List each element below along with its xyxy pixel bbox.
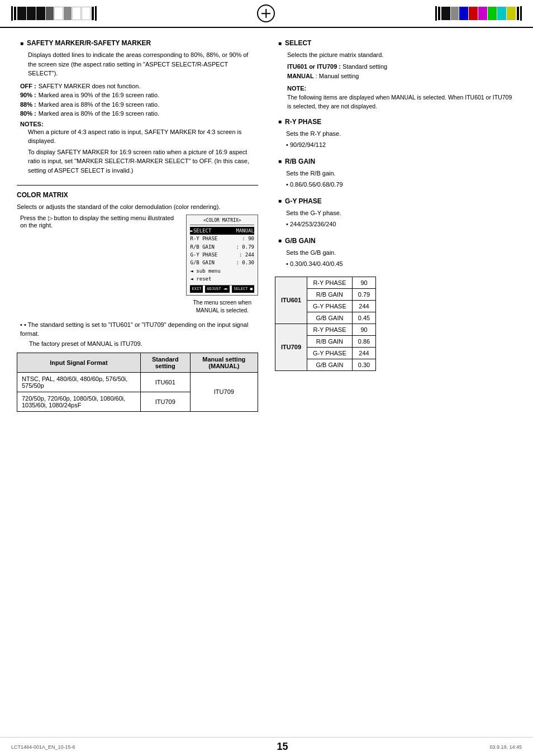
menu-select-value: MANUAL (236, 227, 254, 235)
standard-cell-1: ITU601 (140, 372, 190, 392)
bar-gray2 (64, 7, 72, 20)
bar-black4 (441, 7, 450, 20)
color-matrix-body: Press the ▷ button to display the settin… (17, 215, 258, 315)
adjust-button[interactable]: ADJUST ◄► (205, 286, 230, 293)
table-header-format: Input Signal Format (17, 353, 141, 372)
safety-off-item: OFF : SAFETY MARKER does not function. (20, 82, 258, 91)
press-text: Press the ▷ button to display the settin… (20, 215, 177, 229)
ry-phase-section: R-Y PHASE Sets the R-Y phase. • 90/92/94… (275, 118, 516, 150)
menu-title: <COLOR MATRIX> (190, 217, 254, 225)
exit-button[interactable]: EXIT (190, 286, 203, 293)
param-label-3: G/B GAIN (307, 312, 353, 324)
param-label-0: R-Y PHASE (307, 277, 353, 288)
bar-black3 (36, 7, 45, 20)
crosshair-icon (257, 4, 275, 22)
param-label-itu709-3: G/B GAIN (307, 359, 353, 370)
bar-gray1 (46, 7, 54, 20)
safety-88-text: Marked area is 88% of the 16:9 screen ra… (39, 100, 159, 110)
rb-gain-desc: Sets the R/B gain. (286, 169, 516, 178)
param-label-2: G-Y PHASE (307, 300, 353, 312)
color-matrix-description: Selects or adjusts the standard of the c… (17, 203, 258, 210)
gy-phase-title: G-Y PHASE (278, 197, 516, 205)
select-section: SELECT Selects the picture matrix standa… (275, 39, 516, 111)
page-content: SAFETY MARKER/R-SAFETY MARKER Displays d… (0, 28, 533, 423)
color-matrix-section: COLOR MATRIX Selects or adjusts the stan… (17, 185, 258, 412)
safety-90-label: 90% : (20, 91, 36, 100)
gb-gain-values: • 0.30/0.34/0.40/0.45 (286, 259, 516, 269)
safety-90-item: 90% : Marked area is 90% of the 16:9 scr… (20, 91, 258, 100)
itu709-value-1: 0.86 (352, 335, 375, 347)
bar-green (488, 7, 497, 20)
table-header-standard: Standard setting (140, 353, 190, 372)
header-bar (0, 0, 533, 28)
left-edge-bar (11, 6, 13, 21)
rb-gain-content: Sets the R/B gain. • 0.86/0.56/0.68/0.79 (278, 169, 516, 189)
rb-gain-section: R/B GAIN Sets the R/B gain. • 0.86/0.56/… (275, 158, 516, 189)
color-matrix-desc: Selects or adjusts the standard of the c… (17, 203, 258, 210)
color-matrix-text: Press the ▷ button to display the settin… (20, 215, 177, 229)
menu-row-select: ►SELECT MANUAL (190, 227, 254, 235)
menu-rb-value: : 0.79 (236, 243, 254, 251)
safety-marker-desc: Displays dotted lines to indicate the ar… (20, 50, 258, 78)
safety-off-label: OFF : (20, 82, 36, 91)
menu-row-rb: R/B GAIN : 0.79 (190, 243, 254, 251)
gy-phase-section: G-Y PHASE Sets the G-Y phase. • 244/253/… (275, 197, 516, 229)
safety-88-label: 88% : (20, 100, 36, 110)
menu-ry-value: : 90 (242, 235, 254, 243)
bar-white1 (54, 7, 63, 20)
select-itu-line: ITU601 or ITU709 : Standard setting (287, 62, 516, 72)
factory-note: • The standard setting is set to "ITU601… (17, 320, 258, 347)
bar-gray3 (451, 7, 459, 20)
left-thick-bar (14, 7, 16, 20)
menu-row-sub: ◄ sub menu (190, 267, 254, 275)
safety-marker-section: SAFETY MARKER/R-SAFETY MARKER Displays d… (17, 39, 258, 175)
right-color-bars (441, 7, 516, 20)
gb-gain-title: G/B GAIN (278, 237, 516, 245)
gy-phase-desc: Sets the G-Y phase. (286, 208, 516, 218)
select-title: SELECT (278, 39, 516, 47)
page-number: 15 (277, 741, 288, 753)
safety-off-text: SAFETY MARKER does not function. (39, 82, 141, 91)
table-row-1: NTSC, PAL, 480/60i, 480/60p, 576/50i, 57… (17, 372, 258, 392)
note-2: To display SAFETY MARKER for 16:9 screen… (20, 148, 258, 175)
itu709-value-2: 244 (352, 347, 375, 359)
bar-red (469, 7, 478, 20)
safety-marker-title: SAFETY MARKER/R-SAFETY MARKER (20, 39, 258, 47)
menu-gb-label: G/B GAIN (190, 259, 214, 267)
itu601-value-3: 0.45 (352, 312, 375, 324)
menu-sub-label: ◄ sub menu (190, 267, 220, 275)
note-label: NOTE: (287, 84, 516, 94)
menu-rb-label: R/B GAIN (190, 243, 214, 251)
left-color-bars (17, 7, 91, 20)
format-cell-2: 720/50p, 720/60p, 1080/50i, 1080/60i, 10… (17, 392, 141, 411)
footer: LCT1464-001A_EN_10-15-6 15 03.9.19, 14:4… (0, 737, 533, 756)
select-content: Selects the picture matrix standard. ITU… (278, 50, 516, 111)
itu709-value-0: 90 (352, 324, 375, 335)
menu-row-gb: G/B GAIN : 0.30 (190, 259, 254, 267)
param-label-itu709-0: R-Y PHASE (307, 324, 353, 335)
table-header-manual: Manual setting (MANUAL) (190, 353, 258, 372)
menu-row-gy: G-Y PHASE : 244 (190, 251, 254, 259)
rb-gain-title: R/B GAIN (278, 158, 516, 165)
footer-left-text: LCT1464-001A_EN_10-15-6 (11, 744, 75, 750)
itu709-row-0: ITU709R-Y PHASE90 (275, 324, 376, 335)
bar-cyan (497, 7, 506, 20)
bar-yellow (507, 7, 516, 20)
param-label-itu709-1: R/B GAIN (307, 335, 353, 347)
note-text: The following items are displayed when M… (287, 93, 516, 111)
safety-marker-items: OFF : SAFETY MARKER does not function. 9… (20, 82, 258, 118)
param-label-itu709-2: G-Y PHASE (307, 347, 353, 359)
color-matrix-title: COLOR MATRIX (17, 191, 258, 199)
itu709-value-3: 0.30 (352, 359, 375, 370)
factory-preset: The factory preset of MANUAL is ITU709. (20, 340, 258, 347)
ry-phase-desc: Sets the R-Y phase. (286, 129, 516, 139)
itu-row-0: ITU601R-Y PHASE90 (275, 277, 376, 288)
menu-select-label: ►SELECT (190, 227, 211, 235)
standard-cell-2: ITU709 (140, 392, 190, 411)
select-button[interactable]: SELECT ■ (232, 286, 254, 293)
menu-gy-label: G-Y PHASE (190, 251, 217, 259)
menu-gb-value: : 0.30 (236, 259, 254, 267)
safety-80-text: Marked area is 80% of the 16:9 screen ra… (39, 109, 159, 118)
itu601-value-1: 0.79 (352, 288, 375, 300)
menu-reset-label: ◄ reset (190, 275, 211, 283)
